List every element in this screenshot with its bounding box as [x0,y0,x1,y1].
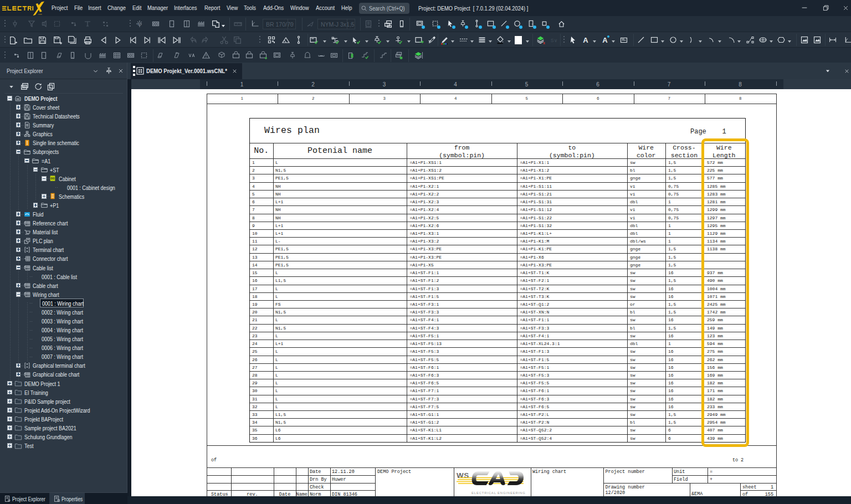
svg-text:A: A [583,36,588,44]
svg-text:00: 00 [51,176,55,180]
svg-text:S∨: S∨ [551,38,558,43]
svg-text:3D: 3D [137,23,141,26]
svg-text:WS: WS [457,471,469,480]
svg-text:.com: .com [38,13,42,16]
svg-text:x: x [543,41,545,45]
svg-text:ELECTRICAL ENGINEERING: ELECTRICAL ENGINEERING [471,491,526,495]
